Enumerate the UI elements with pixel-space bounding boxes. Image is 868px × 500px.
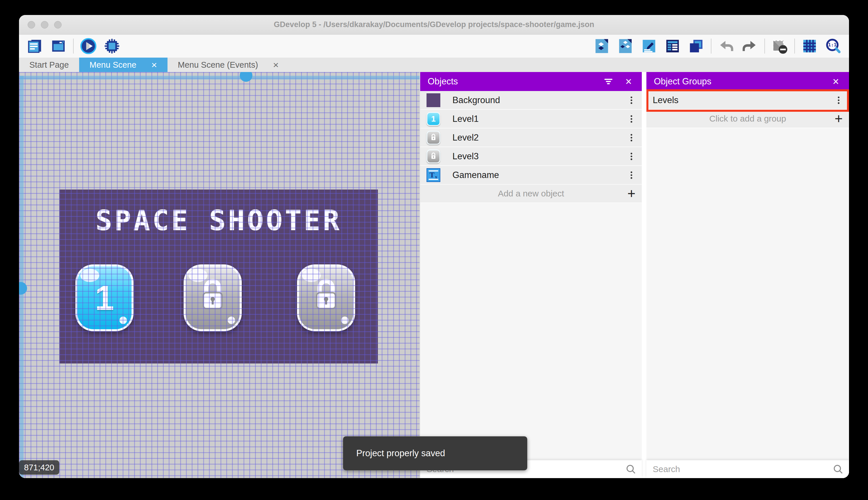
level1-thumbnail-icon: 1	[426, 112, 440, 126]
save-toast: Project properly saved	[343, 436, 527, 470]
group-name: Levels	[653, 95, 833, 105]
level1-number: 1	[78, 266, 131, 329]
level2-locked-button-instance[interactable]	[184, 264, 242, 331]
object-groups-panel-title: Object Groups	[654, 76, 712, 87]
level3-locked-button-instance[interactable]	[297, 264, 355, 331]
background-instance[interactable]: SPACE SHOOTER 1	[59, 190, 378, 363]
object-menu-kebab-icon[interactable]	[626, 149, 637, 163]
button-dot	[228, 317, 235, 324]
tab-menu-scene[interactable]: Menu Scene ×	[79, 58, 167, 72]
tab-start-page[interactable]: Start Page	[19, 58, 79, 72]
undo-icon[interactable]	[718, 38, 735, 55]
svg-text:x: x	[435, 174, 437, 179]
toolbar-separator	[794, 38, 795, 54]
selection-handle-left[interactable]	[19, 282, 27, 295]
object-groups-panel: Object Groups × Levels Click to add a gr…	[646, 72, 849, 478]
mask-instance-icon[interactable]	[771, 38, 788, 55]
project-manager-icon[interactable]	[26, 38, 43, 55]
add-new-object-button[interactable]: Add a new object +	[420, 185, 642, 203]
gdevelop-window: GDevelop 5 - /Users/dkarakay/Documents/G…	[19, 15, 849, 478]
plus-icon: +	[627, 186, 635, 201]
locked-thumbnail-icon	[426, 131, 440, 145]
plus-icon: +	[835, 112, 843, 126]
svg-text:T: T	[430, 171, 435, 179]
toast-message: Project properly saved	[356, 448, 445, 458]
grid-icon[interactable]	[801, 38, 818, 55]
button-dot	[341, 317, 349, 324]
svg-text:1:1: 1:1	[828, 42, 837, 47]
tab-menu-scene-events[interactable]: Menu Scene (Events) ×	[167, 58, 289, 72]
object-row-level1[interactable]: 1 Level1	[420, 110, 642, 128]
background-thumbnail-icon	[426, 93, 440, 107]
objects-panel-title: Objects	[428, 76, 458, 87]
selection-edge-top	[19, 76, 420, 79]
object-menu-kebab-icon[interactable]	[626, 168, 637, 182]
scene-title-text[interactable]: SPACE SHOOTER	[59, 204, 378, 237]
toolbar-separator	[711, 38, 712, 54]
close-tab-icon[interactable]: ×	[273, 60, 279, 70]
add-group-label: Click to add a group	[709, 114, 786, 124]
search-icon	[832, 463, 844, 475]
object-menu-kebab-icon[interactable]	[626, 93, 637, 107]
object-name: Level2	[453, 133, 626, 143]
selection-handle-top[interactable]	[240, 72, 253, 82]
debug-icon[interactable]	[104, 38, 120, 55]
add-new-object-label: Add a new object	[498, 189, 564, 198]
object-menu-kebab-icon[interactable]	[626, 112, 637, 126]
minimize-window-button[interactable]	[41, 21, 48, 29]
close-panel-icon[interactable]: ×	[830, 76, 842, 87]
objects-panel: Objects × Background 1 Level1	[420, 72, 642, 478]
layers-icon[interactable]	[688, 38, 705, 55]
groups-search-bar	[646, 460, 849, 478]
panel-divider	[642, 72, 646, 478]
traffic-lights	[28, 21, 62, 29]
group-menu-kebab-icon[interactable]	[833, 93, 844, 107]
instances-list-icon[interactable]	[664, 38, 681, 55]
lock-icon	[196, 277, 230, 317]
lock-icon	[309, 277, 343, 317]
redo-icon[interactable]	[741, 38, 758, 55]
properties-icon[interactable]	[641, 38, 657, 55]
toolbar-separator	[73, 38, 74, 54]
add-group-button[interactable]: Click to add a group +	[646, 110, 849, 128]
window-title: GDevelop 5 - /Users/dkarakay/Documents/G…	[274, 20, 594, 29]
tab-label: Menu Scene (Events)	[178, 60, 258, 70]
object-groups-panel-header: Object Groups ×	[646, 72, 849, 91]
toolbar-separator	[764, 38, 765, 54]
zoom-window-button[interactable]	[54, 21, 62, 29]
scene-editor-canvas[interactable]: SPACE SHOOTER 1	[19, 72, 420, 478]
scene-window-icon[interactable]	[50, 38, 67, 55]
groups-search-input[interactable]	[646, 464, 832, 474]
object-row-level2[interactable]: Level2	[420, 128, 642, 147]
object-row-background[interactable]: Background	[420, 91, 642, 110]
selection-edge-left	[20, 76, 24, 478]
play-icon[interactable]	[80, 38, 97, 55]
objects-panel-header: Objects ×	[420, 72, 642, 91]
filter-icon[interactable]	[603, 76, 614, 87]
tab-label: Menu Scene	[90, 60, 137, 70]
tab-bar: Start Page Menu Scene × Menu Scene (Even…	[19, 58, 849, 72]
object-menu-kebab-icon[interactable]	[626, 131, 637, 145]
tab-label: Start Page	[30, 60, 69, 70]
zoom-1-1-icon[interactable]: 1:1	[825, 38, 842, 55]
cursor-coordinates-chip: 871;420	[19, 460, 59, 475]
locked-thumbnail-icon	[426, 149, 440, 163]
close-window-button[interactable]	[28, 21, 35, 29]
level1-button-instance[interactable]: 1	[75, 264, 133, 331]
object-row-level3[interactable]: Level3	[420, 147, 642, 166]
object-name: Gamename	[453, 170, 626, 180]
close-tab-icon[interactable]: ×	[151, 60, 157, 70]
titlebar: GDevelop 5 - /Users/dkarakay/Documents/G…	[19, 15, 849, 35]
group-row-levels[interactable]: Levels	[646, 91, 849, 110]
object-name: Background	[453, 95, 626, 105]
search-icon	[625, 463, 637, 475]
text-object-thumbnail-icon: Tx	[426, 168, 440, 182]
object-name: Level1	[453, 114, 626, 124]
object-groups-icon[interactable]	[617, 38, 634, 55]
object-row-gamename[interactable]: Tx Gamename	[420, 166, 642, 185]
toolbar: 1:1	[19, 35, 849, 58]
object-icon[interactable]	[594, 38, 610, 55]
object-name: Level3	[453, 151, 626, 162]
close-panel-icon[interactable]: ×	[623, 76, 634, 87]
